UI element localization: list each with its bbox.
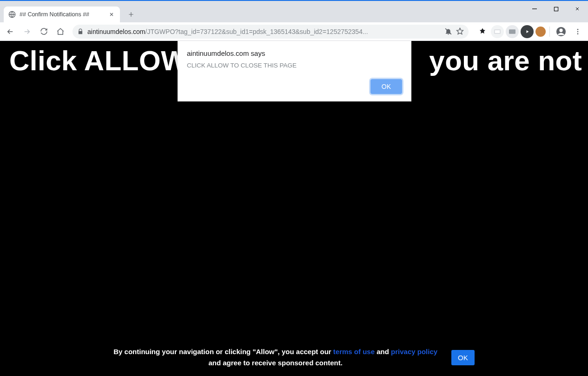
svg-point-7: [577, 29, 579, 30]
address-bar[interactable]: aintinuumdelos.com/JTGWPO?tag_id=737122&…: [73, 25, 469, 39]
consent-ok-button[interactable]: OK: [451, 350, 475, 365]
svg-point-9: [577, 33, 579, 34]
home-button[interactable]: [53, 24, 68, 39]
tab-strip: ## Confirm Notifications ##: [0, 1, 588, 22]
svg-point-8: [577, 31, 579, 32]
window-minimize-button[interactable]: [524, 1, 545, 17]
svg-rect-1: [554, 7, 558, 11]
globe-icon: [8, 11, 16, 18]
url-text: aintinuumdelos.com/JTGWPO?tag_id=737122&…: [87, 28, 441, 35]
toolbar-separator: [549, 27, 550, 37]
profile-avatar-button[interactable]: [554, 24, 568, 39]
dialog-message: CLICK ALLOW TO CLOSE THIS PAGE: [187, 62, 402, 69]
bookmark-star-icon[interactable]: [456, 27, 464, 35]
privacy-link[interactable]: privacy policy: [391, 348, 437, 356]
close-tab-icon[interactable]: [108, 11, 115, 18]
window-close-button[interactable]: [567, 1, 588, 17]
reload-button[interactable]: [36, 24, 51, 39]
extension-icon-4[interactable]: [521, 25, 534, 38]
browser-tab[interactable]: ## Confirm Notifications ##: [4, 7, 120, 22]
window-maximize-button[interactable]: [545, 1, 567, 17]
svg-rect-3: [495, 30, 500, 33]
terms-link[interactable]: terms of use: [333, 348, 375, 356]
dialog-origin: aintinuumdelos.com says: [187, 49, 402, 57]
page-viewport: Click ALLOW you are not aintinuumdelos.c…: [0, 41, 588, 376]
consent-text: By continuing your navigation or clickin…: [113, 346, 437, 369]
consent-footer: By continuing your navigation or clickin…: [0, 346, 588, 369]
browser-toolbar: aintinuumdelos.com/JTGWPO?tag_id=737122&…: [0, 22, 588, 41]
extension-icon-1[interactable]: [476, 25, 489, 38]
extension-icon-3[interactable]: [506, 25, 519, 38]
headline-right: you are not: [429, 45, 582, 77]
new-tab-button[interactable]: [125, 8, 138, 21]
tab-title: ## Confirm Notifications ##: [20, 11, 104, 18]
lock-icon: [77, 28, 84, 35]
extension-icon-5[interactable]: [535, 27, 546, 37]
chrome-menu-button[interactable]: [570, 24, 585, 39]
back-button[interactable]: [3, 24, 18, 39]
javascript-alert-dialog: aintinuumdelos.com says CLICK ALLOW TO C…: [178, 41, 411, 101]
notifications-blocked-icon[interactable]: [444, 27, 452, 35]
dialog-ok-button[interactable]: OK: [370, 79, 402, 94]
svg-rect-4: [509, 29, 515, 34]
forward-button[interactable]: [20, 24, 34, 39]
svg-point-6: [559, 28, 562, 32]
extension-icon-2[interactable]: [491, 25, 504, 38]
extensions-row: [473, 24, 585, 39]
